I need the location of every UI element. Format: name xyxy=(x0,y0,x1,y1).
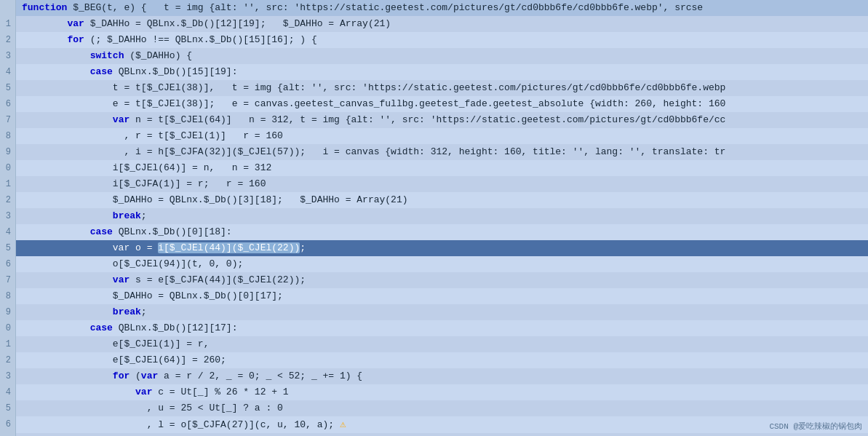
table-row: 7 var s = e[$_CJFA(44)]($_CJEl(22)); xyxy=(0,272,868,288)
table-row: 4 case QBLnx.$_Db()[15][19]: xyxy=(0,64,868,80)
table-row: 8 , r = t[$_CJEl(1)] r = 160 xyxy=(0,128,868,144)
table-row: 6 e = t[$_CJEl(38)]; e = canvas.geetest_… xyxy=(0,96,868,112)
line-number: 3 xyxy=(0,48,16,64)
line-number: 6 xyxy=(0,416,16,433)
table-row: 2 for (; $_DAHHo !== QBLnx.$_Db()[15][16… xyxy=(0,32,868,48)
table-row: 3 break; xyxy=(0,208,868,224)
line-number: 7 xyxy=(0,112,16,128)
table-row: 6 o[$_CJEl(94)](t, 0, 0); xyxy=(0,256,868,272)
line-number xyxy=(0,0,16,16)
line-number: 3 xyxy=(0,208,16,224)
table-row: 2 $_DAHHo = QBLnx.$_Db()[3][18]; $_DAHHo… xyxy=(0,192,868,208)
line-number: 7 xyxy=(0,433,16,436)
code-text: var c = Ut[_] % 26 * 12 + 1 xyxy=(16,384,868,400)
code-text: case QBLnx.$_Db()[12][17]: xyxy=(16,320,868,336)
line-number: 7 xyxy=(0,272,16,288)
line-number: 3 xyxy=(0,368,16,384)
line-number: 6 xyxy=(0,256,16,272)
line-number: 6 xyxy=(0,96,16,112)
line-number: 2 xyxy=(0,192,16,208)
table-row: 2 e[$_CJEl(64)] = 260; xyxy=(0,352,868,368)
table-row: 4 var c = Ut[_] % 26 * 12 + 1 xyxy=(0,384,868,400)
table-row: 3 switch ($_DAHHo) { xyxy=(0,48,868,64)
line-number: 1 xyxy=(0,16,16,32)
line-number: 5 xyxy=(0,400,16,416)
table-row: 1 i[$_CJFA(1)] = r; r = 160 xyxy=(0,176,868,192)
table-row: 4 case QBLnx.$_Db()[0][18]: xyxy=(0,224,868,240)
line-number: 0 xyxy=(0,160,16,176)
code-text: $_DAHHo = QBLnx.$_Db()[3][18]; $_DAHHo =… xyxy=(16,192,868,208)
code-editor: function $_BEG(t, e) { t = img {alt: '',… xyxy=(0,0,868,436)
line-number: 8 xyxy=(0,288,16,304)
table-row: 7 s[$_CJFA(81)](l, _ % 26 * 10, 25 < _ ?… xyxy=(0,433,868,436)
code-text: i[$_CJFA(1)] = r; r = 160 xyxy=(16,176,868,192)
watermark: CSDN @爱吃辣椒的锅包肉 xyxy=(769,421,862,432)
line-number: 5 xyxy=(0,240,16,256)
line-number: 2 xyxy=(0,32,16,48)
code-text: for (; $_DAHHo !== QBLnx.$_Db()[15][16];… xyxy=(16,32,868,48)
code-text: i[$_CJEl(64)] = n, n = 312 xyxy=(16,160,868,176)
code-text: s[$_CJFA(81)](l, _ % 26 * 10, 25 < _ ? a… xyxy=(16,433,868,436)
code-text: o[$_CJEl(94)](t, 0, 0); xyxy=(16,256,868,272)
code-text: break; xyxy=(16,208,868,224)
line-number: 4 xyxy=(0,64,16,80)
table-row: 5 var o = i[$_CJEl(44)]($_CJEl(22)); xyxy=(0,240,868,256)
line-number: 1 xyxy=(0,176,16,192)
line-number: 2 xyxy=(0,352,16,368)
line-number: 1 xyxy=(0,336,16,352)
code-text: , l = o[$_CJFA(27)](c, u, 10, a); ⚠ xyxy=(16,416,868,433)
code-text: , r = t[$_CJEl(1)] r = 160 xyxy=(16,128,868,144)
code-text: var o = i[$_CJEl(44)]($_CJEl(22)); xyxy=(16,240,868,256)
code-text: function $_BEG(t, e) { t = img {alt: '',… xyxy=(16,0,868,16)
code-text: , u = 25 < Ut[_] ? a : 0 xyxy=(16,400,868,416)
table-row: 1 e[$_CJEl(1)] = r, xyxy=(0,336,868,352)
table-row: 5 t = t[$_CJEl(38)], t = img {alt: '', s… xyxy=(0,80,868,96)
code-text: e[$_CJEl(1)] = r, xyxy=(16,336,868,352)
code-text: e = t[$_CJEl(38)]; e = canvas.geetest_ca… xyxy=(16,96,868,112)
line-number: 9 xyxy=(0,144,16,160)
code-text: case QBLnx.$_Db()[0][18]: xyxy=(16,224,868,240)
table-row: 9 break; xyxy=(0,304,868,320)
code-text: case QBLnx.$_Db()[15][19]: xyxy=(16,64,868,80)
code-text: $_DAHHo = QBLnx.$_Db()[0][17]; xyxy=(16,288,868,304)
table-row: 8 $_DAHHo = QBLnx.$_Db()[0][17]; xyxy=(0,288,868,304)
code-text: var $_DAHHo = QBLnx.$_Db()[12][19]; $_DA… xyxy=(16,16,868,32)
table-row: 6 , l = o[$_CJFA(27)](c, u, 10, a); ⚠ xyxy=(0,416,868,433)
code-text: t = t[$_CJEl(38)], t = img {alt: '', src… xyxy=(16,80,868,96)
code-text: e[$_CJEl(64)] = 260; xyxy=(16,352,868,368)
table-row: 1 var $_DAHHo = QBLnx.$_Db()[12][19]; $_… xyxy=(0,16,868,32)
code-text: , i = h[$_CJFA(32)]($_CJEl(57)); i = can… xyxy=(16,144,868,160)
table-row: 3 for (var a = r / 2, _ = 0; _ < 52; _ +… xyxy=(0,368,868,384)
table-row: function $_BEG(t, e) { t = img {alt: '',… xyxy=(0,0,868,16)
line-number: 4 xyxy=(0,224,16,240)
table-row: 0 case QBLnx.$_Db()[12][17]: xyxy=(0,320,868,336)
table-row: 7 var n = t[$_CJEl(64)] n = 312, t = img… xyxy=(0,112,868,128)
code-text: var n = t[$_CJEl(64)] n = 312, t = img {… xyxy=(16,112,868,128)
table-row: 5 , u = 25 < Ut[_] ? a : 0 xyxy=(0,400,868,416)
line-number: 0 xyxy=(0,320,16,336)
table-row: 9 , i = h[$_CJFA(32)]($_CJEl(57)); i = c… xyxy=(0,144,868,160)
line-number: 8 xyxy=(0,128,16,144)
line-number: 5 xyxy=(0,80,16,96)
line-number: 4 xyxy=(0,384,16,400)
code-text: var s = e[$_CJFA(44)]($_CJEl(22)); xyxy=(16,272,868,288)
code-text: switch ($_DAHHo) { xyxy=(16,48,868,64)
code-text: for (var a = r / 2, _ = 0; _ < 52; _ += … xyxy=(16,368,868,384)
code-text: break; xyxy=(16,304,868,320)
line-number: 9 xyxy=(0,304,16,320)
table-row: 0 i[$_CJEl(64)] = n, n = 312 xyxy=(0,160,868,176)
